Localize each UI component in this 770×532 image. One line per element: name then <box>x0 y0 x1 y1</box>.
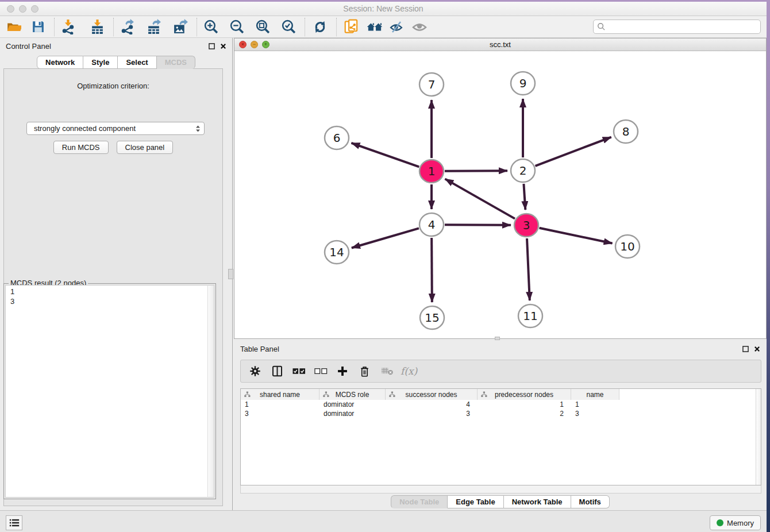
cell-successor-nodes[interactable]: 3 <box>386 409 478 418</box>
close-panel-icon[interactable] <box>220 43 226 49</box>
memory-button[interactable]: Memory <box>710 515 761 530</box>
edge-3-1[interactable] <box>445 179 515 218</box>
node-11[interactable]: 11 <box>518 304 542 327</box>
column-header-successor-nodes[interactable]: successor nodes <box>386 389 478 400</box>
node-2[interactable]: 2 <box>511 159 535 182</box>
horizontal-splitter-handle[interactable] <box>495 337 500 340</box>
toggle-column-view-button[interactable] <box>267 363 287 380</box>
edge-2-8[interactable] <box>536 137 611 166</box>
apply-layout-button[interactable] <box>312 18 328 36</box>
import-network-icon <box>61 19 76 34</box>
node-table[interactable]: shared nameMCDS rolesuccessor nodesprede… <box>240 388 761 485</box>
node-label: 8 <box>622 125 630 138</box>
open-file-button[interactable] <box>6 18 22 36</box>
table-row-2[interactable]: 3dominator323 <box>241 409 761 418</box>
column-header-mcds-role[interactable]: MCDS role <box>319 389 386 400</box>
create-column-button[interactable] <box>333 363 352 380</box>
function-builder-button[interactable]: f(x) <box>397 365 417 377</box>
cell-predecessor-nodes[interactable]: 2 <box>478 409 571 418</box>
mcds-result-text[interactable]: 1 3 <box>5 285 207 498</box>
delete-column-button[interactable] <box>355 363 374 380</box>
table-tab-network-table[interactable]: Network Table <box>504 495 571 508</box>
edge-2-3[interactable] <box>523 184 525 210</box>
close-panel-icon[interactable] <box>754 346 760 352</box>
node-1[interactable]: 1 <box>419 160 444 183</box>
cell-shared-name[interactable]: 1 <box>241 400 319 409</box>
close-panel-button[interactable]: Close panel <box>117 141 174 154</box>
edge-1-2[interactable] <box>445 171 507 171</box>
tree-column-icon <box>323 391 329 398</box>
unselect-all-columns-button[interactable] <box>311 363 330 380</box>
node-6[interactable]: 6 <box>325 126 349 149</box>
select-all-columns-button[interactable] <box>289 363 309 380</box>
zoom-out-icon <box>229 19 245 34</box>
export-image-button[interactable] <box>172 18 188 36</box>
float-panel-icon[interactable] <box>742 346 749 352</box>
node-4[interactable]: 4 <box>419 213 444 236</box>
save-session-button[interactable] <box>30 18 46 36</box>
table-tab-edge-table[interactable]: Edge Table <box>448 495 503 508</box>
tab-select[interactable]: Select <box>118 56 156 69</box>
main-titlebar: Session: New Session <box>0 2 767 16</box>
network-canvas[interactable]: 7968124314101511 <box>234 51 766 338</box>
search-field[interactable] <box>593 20 761 34</box>
float-panel-icon[interactable] <box>209 43 215 49</box>
network-window-titlebar: × − + scc.txt <box>234 38 766 51</box>
edge-4-3[interactable] <box>445 225 511 225</box>
table-row-1[interactable]: 1dominator411 <box>241 400 761 409</box>
show-graphics-button[interactable] <box>411 18 428 36</box>
export-network-button[interactable] <box>120 18 136 36</box>
table-settings-button[interactable] <box>245 363 265 380</box>
network-from-file-button[interactable] <box>344 18 360 36</box>
edge-3-10[interactable] <box>540 228 613 244</box>
node-10[interactable]: 10 <box>615 235 640 258</box>
zoom-fit-button[interactable] <box>255 18 271 36</box>
table-tab-motifs[interactable]: Motifs <box>571 495 610 508</box>
optimization-criterion-dropdown[interactable]: strongly connected component <box>26 122 205 135</box>
column-header-predecessor-nodes[interactable]: predecessor nodes <box>478 389 571 400</box>
cell-name[interactable]: 3 <box>571 409 619 418</box>
cell-successor-nodes[interactable]: 4 <box>386 400 478 409</box>
task-history-button[interactable] <box>6 515 22 530</box>
cell-predecessor-nodes[interactable]: 1 <box>478 400 571 409</box>
edge-4-15[interactable] <box>432 238 432 302</box>
import-table-button[interactable] <box>89 18 105 36</box>
node-label: 9 <box>519 76 527 90</box>
cell-mcds-role[interactable]: dominator <box>319 409 386 418</box>
node-3[interactable]: 3 <box>514 214 538 237</box>
node-14[interactable]: 14 <box>325 241 349 264</box>
node-label: 4 <box>428 218 436 232</box>
column-header-shared-name[interactable]: shared name <box>241 389 319 400</box>
node-15[interactable]: 15 <box>420 306 444 329</box>
edge-1-6[interactable] <box>351 143 419 167</box>
tab-mcds[interactable]: MCDS <box>157 56 195 69</box>
cell-mcds-role[interactable]: dominator <box>319 400 386 409</box>
node-9[interactable]: 9 <box>511 72 535 95</box>
table-vertical-scrollbar[interactable] <box>756 389 761 485</box>
hide-graphics-button[interactable] <box>388 18 405 36</box>
zoom-out-button[interactable] <box>229 18 245 36</box>
tab-network[interactable]: Network <box>37 56 83 69</box>
run-mcds-button[interactable]: Run MCDS <box>53 141 109 154</box>
edge-3-11[interactable] <box>527 238 530 300</box>
delete-table-button[interactable] <box>378 363 397 380</box>
edge-4-14[interactable] <box>352 228 419 248</box>
table-tab-node-table[interactable]: Node Table <box>391 495 448 508</box>
import-network-button[interactable] <box>60 18 76 36</box>
node-7[interactable]: 7 <box>419 73 444 96</box>
home-button[interactable] <box>367 18 383 36</box>
export-table-button[interactable] <box>146 18 162 36</box>
cell-shared-name[interactable]: 3 <box>241 409 319 418</box>
zoom-in-button[interactable] <box>203 18 219 36</box>
column-header-name[interactable]: name <box>571 389 619 400</box>
node-8[interactable]: 8 <box>614 120 638 143</box>
tab-style[interactable]: Style <box>83 56 118 69</box>
table-horizontal-scrollbar[interactable] <box>240 485 761 494</box>
result-scrollbar[interactable] <box>207 285 214 498</box>
zoom-selected-button[interactable] <box>280 18 297 36</box>
vertical-splitter-handle[interactable] <box>228 269 233 279</box>
search-input[interactable] <box>606 21 760 33</box>
cell-name[interactable]: 1 <box>571 400 619 409</box>
desktop-top-edge <box>0 0 770 2</box>
zoom-selected-icon <box>281 19 297 34</box>
